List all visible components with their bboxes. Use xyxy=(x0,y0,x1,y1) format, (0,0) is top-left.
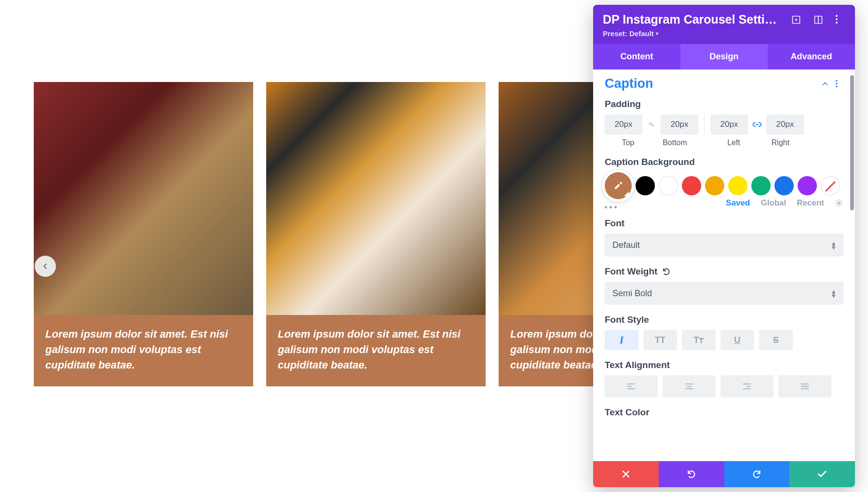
padding-bottom-label: Bottom xyxy=(651,138,698,147)
align-left-button[interactable] xyxy=(605,375,658,397)
font-style-buttons: I TT Tᴛ U S xyxy=(605,330,843,350)
italic-button[interactable]: I xyxy=(605,330,638,350)
padding-left-input[interactable] xyxy=(710,114,748,135)
section-header[interactable]: Caption xyxy=(605,76,843,91)
preset-dropdown[interactable]: Preset: Default ▾ xyxy=(603,29,658,38)
caption-background-label: Caption Background xyxy=(605,157,843,167)
carousel-card: Lorem ipsum dolor sit amet. Est nisi gal… xyxy=(34,82,253,386)
kebab-icon[interactable] xyxy=(836,15,845,25)
swatch-yellow[interactable] xyxy=(728,176,747,195)
font-weight-select[interactable]: Semi Bold ▴▾ xyxy=(605,282,843,305)
select-caret-icon: ▴▾ xyxy=(832,289,836,298)
chevron-left-icon xyxy=(42,263,49,270)
align-justify-button[interactable] xyxy=(778,375,831,397)
undo-button[interactable] xyxy=(659,461,724,487)
settings-panel: DP Instagram Carousel Setti… Preset: Def… xyxy=(593,5,855,487)
expand-icon[interactable] xyxy=(791,15,801,25)
redo-icon xyxy=(752,469,761,479)
select-caret-icon: ▴▾ xyxy=(832,241,836,249)
smallcaps-button[interactable]: Tᴛ xyxy=(682,330,716,350)
undo-icon xyxy=(687,469,696,479)
divider xyxy=(704,114,705,136)
more-dots-icon[interactable] xyxy=(605,206,617,208)
carousel-caption: Lorem ipsum dolor sit amet. Est nisi gal… xyxy=(266,315,486,386)
gear-icon[interactable] xyxy=(835,199,843,207)
chevron-down-icon: ▾ xyxy=(656,31,658,36)
color-picker-button[interactable] xyxy=(605,172,632,199)
panel-title: DP Instagram Carousel Setti… xyxy=(603,13,785,27)
swatch-white[interactable] xyxy=(659,176,678,195)
padding-left-label: Left xyxy=(710,138,757,147)
strikethrough-button[interactable]: S xyxy=(759,330,793,350)
panel-header: DP Instagram Carousel Setti… Preset: Def… xyxy=(593,5,855,44)
color-swatches xyxy=(605,172,843,199)
align-center-button[interactable] xyxy=(663,375,716,397)
carousel-image xyxy=(34,82,253,315)
font-select[interactable]: Default ▴▾ xyxy=(605,233,843,257)
chevron-up-icon[interactable] xyxy=(821,80,829,88)
preset-label: Preset: Default xyxy=(603,29,654,38)
swatch-black[interactable] xyxy=(636,176,655,195)
carousel-prev-button[interactable] xyxy=(35,256,56,277)
link-icon[interactable] xyxy=(645,118,658,131)
tab-content[interactable]: Content xyxy=(593,44,680,69)
close-icon xyxy=(621,469,631,479)
scrollbar-thumb[interactable] xyxy=(850,75,854,210)
redo-button[interactable] xyxy=(724,461,790,487)
text-alignment-buttons xyxy=(605,375,843,397)
tab-advanced[interactable]: Advanced xyxy=(768,44,855,69)
padding-right-label: Right xyxy=(757,138,804,147)
padding-label: Padding xyxy=(605,99,843,109)
svg-point-4 xyxy=(838,202,841,204)
link-icon[interactable] xyxy=(751,118,763,131)
text-alignment-label: Text Alignment xyxy=(605,360,843,370)
carousel-image xyxy=(266,82,486,315)
swatch-blue[interactable] xyxy=(774,176,794,195)
color-palette-tabs: Saved Global Recent xyxy=(726,198,843,208)
padding-right-input[interactable] xyxy=(766,114,804,135)
tab-design[interactable]: Design xyxy=(680,44,768,69)
font-value: Default xyxy=(612,240,640,250)
font-weight-value: Semi Bold xyxy=(612,288,652,299)
padding-top-input[interactable] xyxy=(605,114,642,135)
swatch-red[interactable] xyxy=(682,176,701,195)
text-color-label: Text Color xyxy=(605,407,843,418)
reset-icon[interactable] xyxy=(662,267,671,276)
panel-tabs: Content Design Advanced xyxy=(593,44,855,69)
font-style-label: Font Style xyxy=(605,314,843,325)
swatch-none[interactable] xyxy=(821,176,840,195)
align-right-button[interactable] xyxy=(720,375,773,397)
panel-body: Caption Padding TopBottom xyxy=(593,69,855,461)
swatch-purple[interactable] xyxy=(798,176,817,195)
check-icon xyxy=(817,469,827,479)
underline-button[interactable]: U xyxy=(720,330,754,350)
font-label: Font xyxy=(605,218,843,229)
padding-bottom-input[interactable] xyxy=(661,114,698,135)
padding-controls: TopBottom LeftRight xyxy=(605,114,843,147)
font-weight-label-text: Font Weight xyxy=(605,266,657,277)
svg-point-1 xyxy=(795,18,797,20)
carousel-card: Lorem ipsum dolor sit amet. Est nisi gal… xyxy=(266,82,486,386)
close-button[interactable] xyxy=(593,461,659,487)
palette-tab-global[interactable]: Global xyxy=(760,198,786,208)
panel-bottom-bar xyxy=(593,461,855,487)
uppercase-button[interactable]: TT xyxy=(643,330,677,350)
section-title: Caption xyxy=(605,76,653,91)
columns-icon[interactable] xyxy=(814,15,823,25)
palette-tab-saved[interactable]: Saved xyxy=(726,198,750,208)
save-button[interactable] xyxy=(789,461,855,487)
eyedropper-icon xyxy=(613,180,624,191)
swatch-orange[interactable] xyxy=(705,176,724,195)
carousel-caption: Lorem ipsum dolor sit amet. Est nisi gal… xyxy=(34,315,253,386)
font-weight-label: Font Weight xyxy=(605,266,843,277)
swatch-green[interactable] xyxy=(751,176,771,195)
palette-tab-recent[interactable]: Recent xyxy=(797,198,824,208)
kebab-icon[interactable] xyxy=(836,80,843,88)
padding-top-label: Top xyxy=(605,138,651,147)
